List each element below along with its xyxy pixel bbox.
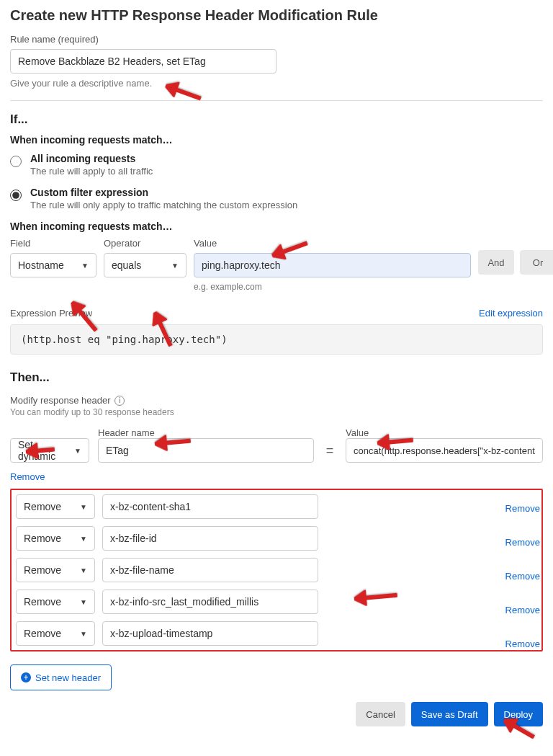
or-button[interactable]: Or	[520, 250, 553, 275]
radio-custom-desc: The rule will only apply to traffic matc…	[30, 200, 297, 210]
chevron-down-icon: ▼	[80, 535, 87, 543]
action-select-5-value: Remove	[24, 628, 61, 639]
rule-name-label: Rule name (required)	[10, 34, 543, 45]
then-heading: Then...	[10, 370, 543, 385]
match-heading-2: When incoming requests match…	[10, 221, 543, 232]
radio-all-title: All incoming requests	[30, 153, 153, 164]
remove-link-0[interactable]: Remove	[10, 471, 45, 482]
save-draft-button[interactable]: Save as Draft	[411, 702, 488, 726]
operator-select[interactable]: equals ▼	[104, 253, 186, 277]
header-name-4[interactable]	[102, 590, 318, 614]
header-value-0[interactable]	[346, 438, 543, 463]
header-name-0[interactable]	[98, 438, 314, 463]
cancel-button[interactable]: Cancel	[356, 702, 405, 726]
chevron-down-icon: ▼	[80, 503, 87, 511]
header-name-3[interactable]	[102, 558, 318, 582]
action-select-2[interactable]: Remove ▼	[16, 526, 95, 551]
remove-link-4[interactable]: Remove	[505, 605, 540, 615]
col-value-label: Value	[346, 427, 543, 438]
operator-select-value: equals	[112, 259, 141, 271]
chevron-down-icon: ▼	[80, 566, 87, 574]
remove-link-1[interactable]: Remove	[505, 503, 540, 514]
action-select-3[interactable]: Remove ▼	[16, 558, 95, 582]
chevron-down-icon: ▼	[81, 262, 89, 270]
radio-all-requests[interactable]	[10, 156, 22, 167]
action-select-4[interactable]: Remove ▼	[16, 590, 95, 614]
annotation-arrow-icon	[25, 442, 55, 460]
plus-icon: +	[21, 672, 31, 682]
modify-header-label: Modify response header	[10, 395, 110, 406]
equals-sign: =	[323, 443, 337, 458]
remove-link-5[interactable]: Remove	[505, 639, 540, 649]
radio-custom-filter[interactable]	[10, 190, 22, 201]
value-label: Value	[194, 238, 471, 249]
action-select-1[interactable]: Remove ▼	[16, 494, 95, 519]
remove-headers-group: Remove ▼ Remove ▼ Remove ▼ Remove ▼ Remo…	[10, 489, 543, 652]
action-select-5[interactable]: Remove ▼	[16, 621, 95, 646]
chevron-down-icon: ▼	[80, 598, 87, 606]
header-name-1[interactable]	[102, 494, 318, 519]
and-button[interactable]: And	[478, 250, 514, 275]
operator-label: Operator	[104, 238, 186, 249]
field-label: Field	[10, 238, 96, 249]
chevron-down-icon: ▼	[80, 630, 87, 638]
field-select-value: Hostname	[18, 259, 64, 271]
value-hint: e.g. example.com	[194, 282, 471, 292]
if-heading: If...	[10, 112, 543, 127]
remove-link-2[interactable]: Remove	[505, 537, 540, 548]
modify-header-note: You can modify up to 30 response headers	[10, 407, 543, 417]
set-new-header-button[interactable]: + Set new header	[10, 664, 112, 690]
set-new-header-label: Set new header	[35, 672, 101, 683]
field-select[interactable]: Hostname ▼	[10, 253, 96, 277]
annotation-arrow-icon	[377, 432, 414, 451]
header-name-5[interactable]	[102, 621, 318, 646]
rule-name-input[interactable]	[10, 49, 276, 74]
action-select-4-value: Remove	[24, 596, 61, 608]
rule-name-help: Give your rule a descriptive name.	[10, 78, 543, 89]
header-name-2[interactable]	[102, 526, 318, 551]
chevron-down-icon: ▼	[74, 447, 81, 455]
divider	[10, 100, 543, 101]
info-icon: i	[114, 396, 125, 406]
action-select-1-value: Remove	[24, 501, 61, 512]
edit-expression-link[interactable]: Edit expression	[479, 308, 543, 319]
radio-custom-title: Custom filter expression	[30, 187, 297, 198]
match-heading-1: When incoming requests match…	[10, 134, 543, 146]
action-select-2-value: Remove	[24, 533, 61, 544]
value-input[interactable]	[194, 253, 471, 277]
remove-link-3[interactable]: Remove	[505, 571, 540, 582]
col-header-label: Header name	[98, 427, 314, 438]
annotation-arrow-icon	[154, 433, 192, 452]
action-select-3-value: Remove	[24, 564, 61, 576]
page-title: Create new HTTP Response Header Modifica…	[10, 7, 543, 24]
chevron-down-icon: ▼	[171, 262, 179, 270]
radio-all-desc: The rule will apply to all traffic	[30, 166, 153, 177]
